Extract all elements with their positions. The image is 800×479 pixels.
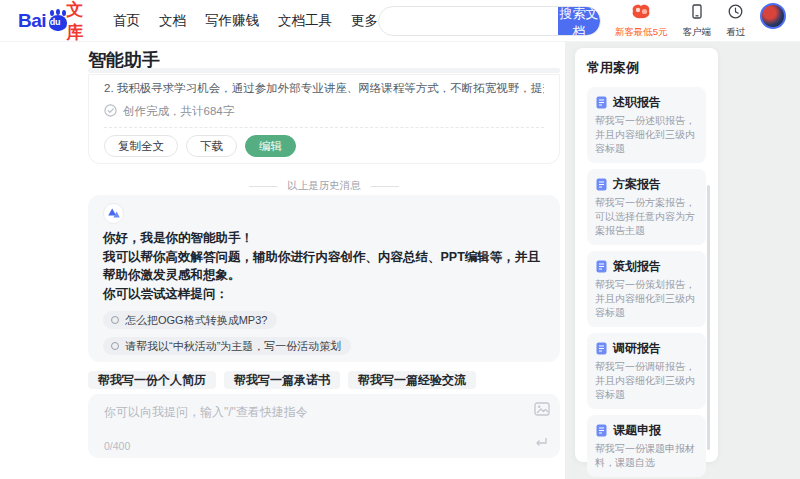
phone-icon bbox=[689, 3, 705, 24]
logo-du-text: du bbox=[47, 17, 63, 27]
search-input[interactable] bbox=[379, 7, 558, 35]
quick-prompt-resume[interactable]: 帮我写一份个人简历 bbox=[88, 371, 216, 389]
case-item-diaoyan[interactable]: 调研报告 帮我写一份调研报告，并且内容细化到三级内容标题 bbox=[587, 333, 706, 409]
logo-bai-text: Bai bbox=[18, 10, 46, 32]
scrolled-message-remnant bbox=[88, 68, 560, 73]
client-entry[interactable]: 客户端 bbox=[683, 3, 712, 39]
result-actions: 复制全文 下载 编辑 bbox=[104, 135, 544, 157]
circle-icon bbox=[111, 316, 119, 324]
promo-label: 新客最低5元 bbox=[615, 26, 668, 39]
history-divider: 以上是历史消息 bbox=[88, 179, 560, 193]
try-label: 你可以尝试这样提问： bbox=[103, 285, 545, 304]
nav-more[interactable]: 更多 bbox=[351, 12, 378, 30]
case-list: 述职报告 帮我写一份述职报告，并且内容细化到三级内容标题 方案报告 帮我写一份方… bbox=[587, 87, 706, 479]
baidu-wenku-assistant-page: Bai du 文库 首页 文档 写作赚钱 文档工具 更多 搜索文档 bbox=[0, 0, 800, 479]
generation-status: 创作完成，共计684字 bbox=[104, 104, 544, 119]
divider-line-right bbox=[371, 186, 399, 187]
sidebar-scrollbar[interactable] bbox=[707, 185, 710, 450]
divider-line-left bbox=[249, 186, 277, 187]
nav-write-earn[interactable]: 写作赚钱 bbox=[205, 12, 259, 30]
image-upload-icon[interactable] bbox=[534, 402, 550, 420]
clock-icon bbox=[727, 3, 744, 24]
doc-icon bbox=[595, 342, 608, 355]
message-composer: 0/400 bbox=[88, 394, 560, 458]
edit-button[interactable]: 编辑 bbox=[245, 135, 296, 157]
user-avatar[interactable] bbox=[760, 3, 786, 29]
assistant-logo-icon bbox=[108, 208, 120, 219]
main-nav: 首页 文档 写作赚钱 文档工具 更多 bbox=[113, 12, 378, 30]
nav-docs[interactable]: 文档 bbox=[159, 12, 186, 30]
enter-send-icon[interactable] bbox=[534, 434, 548, 452]
case-item-cehua[interactable]: 策划报告 帮我写一份策划报告，并且内容细化到三级内容标题 bbox=[587, 251, 706, 327]
circle-icon bbox=[111, 342, 119, 350]
nav-home[interactable]: 首页 bbox=[113, 12, 140, 30]
status-text: 创作完成，共计684字 bbox=[123, 104, 234, 119]
suggestion-list: 怎么把OGG格式转换成MP3? 请帮我以“中秋活动”为主题，写一份活动策划 请辅… bbox=[103, 311, 545, 362]
nav-doc-tools[interactable]: 文档工具 bbox=[278, 12, 332, 30]
header: Bai du 文库 首页 文档 写作赚钱 文档工具 更多 搜索文档 bbox=[0, 0, 800, 42]
intro-line: 我可以帮你高效解答问题，辅助你进行内容创作、内容总结、PPT编辑等，并且帮助你激… bbox=[103, 248, 545, 285]
assistant-avatar bbox=[103, 203, 124, 224]
quick-prompt-pledge[interactable]: 帮我写一篇承诺书 bbox=[224, 371, 340, 389]
generation-result-card: 2. 我积极寻求学习机会，通过参加外部专业讲座、网络课程等方式，不断拓宽视野，提… bbox=[88, 74, 560, 164]
check-circle-icon bbox=[104, 104, 117, 119]
client-label: 客户端 bbox=[683, 26, 712, 39]
baidu-paw-icon: du bbox=[47, 10, 63, 32]
wenku-logo[interactable]: Bai du 文库 bbox=[18, 0, 91, 44]
viewed-label: 看过 bbox=[726, 26, 745, 39]
search-bar: 搜索文档 bbox=[378, 6, 601, 36]
search-button[interactable]: 搜索文档 bbox=[558, 6, 600, 36]
assistant-welcome-message: 你好，我是你的智能助手！ 我可以帮你高效解答问题，辅助你进行内容创作、内容总结、… bbox=[88, 195, 560, 362]
suggestion-chip-midautumn[interactable]: 请帮我以“中秋活动”为主题，写一份活动策划 bbox=[103, 337, 351, 355]
message-input[interactable] bbox=[88, 394, 560, 458]
quick-prompt-experience[interactable]: 帮我写一篇经验交流 bbox=[348, 371, 476, 389]
doc-icon bbox=[595, 424, 608, 437]
case-item-keti[interactable]: 课题申报 帮我写一份课题申报材料，课题自选 bbox=[587, 415, 706, 477]
logo-wenku-text: 文库 bbox=[66, 0, 91, 44]
dashed-divider bbox=[104, 127, 544, 128]
greeting-line: 你好，我是你的智能助手！ bbox=[103, 229, 545, 248]
char-counter: 0/400 bbox=[104, 440, 130, 452]
cases-panel-title: 常用案例 bbox=[587, 59, 706, 77]
divider-label: 以上是历史消息 bbox=[287, 179, 361, 193]
doc-icon bbox=[595, 96, 608, 109]
doc-icon bbox=[595, 260, 608, 273]
copy-full-text-button[interactable]: 复制全文 bbox=[104, 135, 178, 157]
common-cases-panel: 常用案例 述职报告 帮我写一份述职报告，并且内容细化到三级内容标题 bbox=[575, 48, 718, 462]
case-item-shuzhi[interactable]: 述职报告 帮我写一份述职报告，并且内容细化到三级内容标题 bbox=[587, 87, 706, 163]
promo-entry[interactable]: 新客最低5元 bbox=[615, 3, 668, 39]
download-button[interactable]: 下载 bbox=[186, 135, 237, 157]
viewed-entry[interactable]: 看过 bbox=[726, 3, 745, 39]
promo-gift-icon bbox=[629, 3, 653, 24]
case-item-fangan[interactable]: 方案报告 帮我写一份方案报告，可以选择任意内容为方案报告主题 bbox=[587, 169, 706, 245]
suggestion-chip-ogg-mp3[interactable]: 怎么把OGG格式转换成MP3? bbox=[103, 311, 277, 329]
header-icons: 新客最低5元 客户端 看过 bbox=[615, 3, 786, 39]
quick-prompt-row: 帮我写一份个人简历 帮我写一篇承诺书 帮我写一篇经验交流 bbox=[88, 371, 476, 389]
result-text-line: 2. 我积极寻求学习机会，通过参加外部专业讲座、网络课程等方式，不断拓宽视野，提… bbox=[104, 80, 544, 96]
doc-icon bbox=[595, 178, 608, 191]
